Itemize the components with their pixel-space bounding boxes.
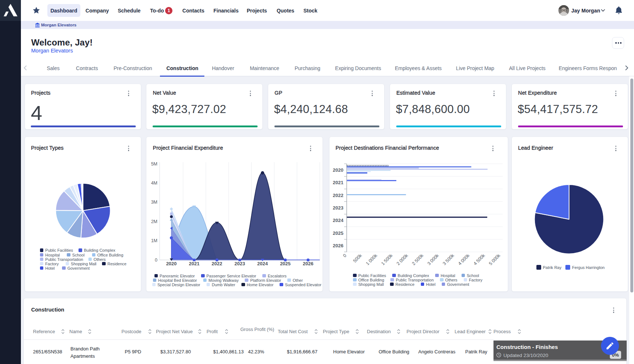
svg-text:1 500k: 1 500k	[380, 253, 394, 266]
svg-text:2025: 2025	[280, 261, 291, 266]
svg-text:2023: 2023	[333, 205, 343, 211]
svg-text:4 000k: 4 000k	[457, 253, 470, 266]
svg-text:2020: 2020	[333, 167, 343, 173]
svg-text:5 000k: 5 000k	[488, 253, 501, 266]
svg-text:500k: 500k	[352, 253, 363, 264]
svg-text:2025: 2025	[333, 230, 343, 236]
svg-text:3M: 3M	[151, 200, 157, 205]
svg-text:2020: 2020	[166, 261, 177, 266]
svg-text:2021: 2021	[189, 261, 200, 266]
svg-text:2024: 2024	[257, 261, 268, 266]
svg-text:4 500k: 4 500k	[472, 253, 486, 266]
svg-text:1 000k: 1 000k	[365, 253, 378, 266]
svg-text:2M: 2M	[151, 219, 157, 224]
svg-text:2 000k: 2 000k	[396, 253, 409, 266]
svg-text:2 500k: 2 500k	[411, 253, 425, 266]
svg-text:0: 0	[155, 258, 157, 263]
svg-text:2026: 2026	[333, 243, 343, 248]
svg-text:2022: 2022	[212, 261, 222, 266]
svg-text:0: 0	[342, 253, 347, 258]
svg-text:3 000k: 3 000k	[426, 253, 440, 266]
svg-text:4M: 4M	[151, 181, 157, 186]
svg-text:2021: 2021	[333, 180, 343, 185]
svg-text:2023: 2023	[234, 261, 245, 266]
svg-text:3 500k: 3 500k	[442, 253, 455, 266]
svg-text:2022: 2022	[333, 193, 343, 198]
svg-text:5M: 5M	[151, 161, 157, 167]
svg-text:2026: 2026	[303, 261, 314, 266]
svg-text:1M: 1M	[151, 238, 157, 243]
svg-text:2024: 2024	[333, 218, 344, 223]
